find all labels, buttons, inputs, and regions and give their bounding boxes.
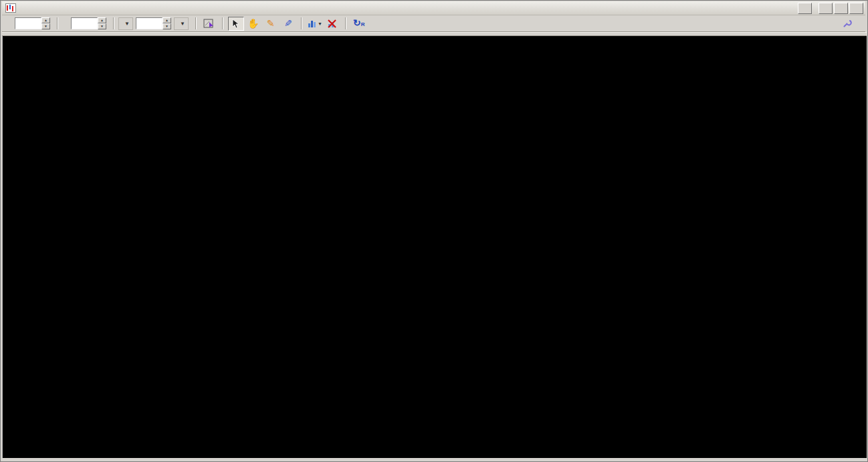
settings-wrench-icon[interactable] — [839, 17, 855, 31]
close-button[interactable] — [849, 3, 863, 14]
reload-icon[interactable]: ↻R — [351, 17, 367, 31]
hand-pan-icon[interactable]: ✋ — [245, 17, 261, 31]
toolbar-separator — [345, 17, 346, 29]
spin-down-icon[interactable]: ▼ — [162, 23, 171, 29]
pencil-draw-icon[interactable]: ✎ — [263, 17, 279, 31]
minimize-button[interactable] — [819, 3, 833, 14]
toolbar: ▲▼ ▲▼ ▼ ▲▼ ▼ — [2, 15, 865, 32]
select-arrow-icon[interactable] — [228, 17, 244, 31]
spin-up-icon[interactable]: ▲ — [98, 17, 106, 23]
title-bar[interactable] — [2, 1, 865, 15]
chevron-down-icon: ▼ — [124, 21, 130, 27]
marker-draw-icon[interactable]: ✎ — [280, 17, 296, 31]
toolbar-separator — [222, 17, 223, 29]
spin-up-icon[interactable]: ▲ — [41, 17, 50, 23]
platinum-multiplier-value[interactable] — [71, 17, 98, 29]
spin-down-icon[interactable]: ▼ — [41, 23, 50, 29]
maximize-button[interactable] — [834, 3, 848, 14]
bar-count-spinner[interactable]: ▲▼ — [136, 17, 171, 29]
gold-multiplier-spinner[interactable]: ▲▼ — [15, 17, 50, 29]
app-icon — [5, 3, 16, 13]
toolbar-separator — [57, 17, 58, 29]
price-axis-column — [2, 32, 3, 458]
toolbar-separator — [195, 17, 197, 29]
gold-multiplier-value[interactable] — [15, 17, 41, 29]
interval-dropdown[interactable]: ▼ — [174, 17, 189, 30]
toolbar-separator — [301, 17, 302, 29]
chevron-down-icon: ▼ — [180, 21, 185, 27]
panel-splitter[interactable] — [2, 32, 867, 36]
platinum-multiplier-spinner[interactable]: ▲▼ — [71, 17, 106, 29]
cascade-button[interactable] — [798, 3, 812, 14]
chevron-down-icon: ▼ — [318, 21, 322, 26]
spin-up-icon[interactable]: ▲ — [162, 17, 171, 23]
chart-window: ▲▼ ▲▼ ▼ ▲▼ ▼ — [0, 0, 868, 462]
clear-drawings-icon[interactable] — [324, 17, 340, 31]
data-window-icon[interactable] — [201, 17, 217, 31]
bar-count-value[interactable] — [136, 17, 162, 29]
bar-type-dropdown[interactable]: ▼ — [118, 17, 133, 30]
toolbar-separator — [113, 17, 114, 29]
indicator-bars-icon[interactable]: ▼ — [307, 17, 323, 31]
chart-client-area — [2, 32, 867, 458]
spin-down-icon[interactable]: ▼ — [98, 23, 106, 29]
